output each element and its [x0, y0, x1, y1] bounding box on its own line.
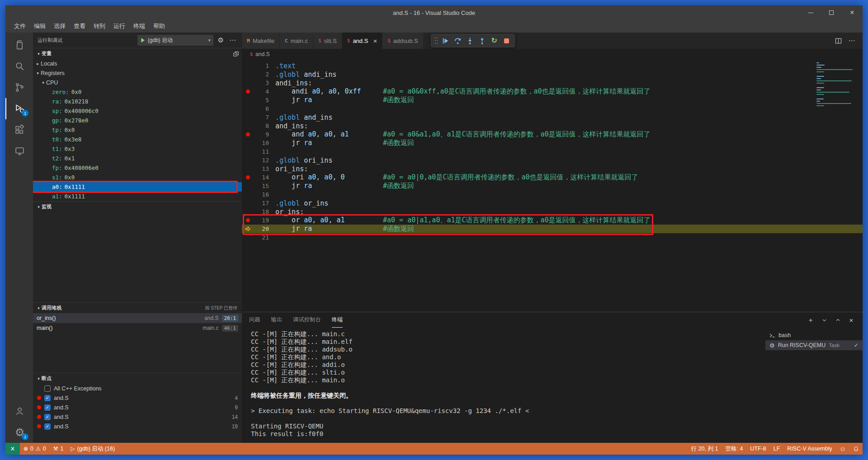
code-line-14[interactable]: 14 ori a0, a0, 0#a0 = a0|0,a0是C语言调用者传递的参…	[242, 173, 863, 182]
code-line-21[interactable]: 21	[242, 233, 863, 242]
code-editor[interactable]: 1.text2.globl andi_ins3andi_ins:4 andi a…	[242, 60, 863, 312]
menu-item-3[interactable]: 查看	[70, 21, 90, 31]
step-into-button[interactable]	[464, 35, 476, 47]
code-line-6[interactable]: 6	[242, 104, 863, 113]
code-line-5[interactable]: 5 jr ra#函数返回	[242, 96, 863, 104]
code-line-17[interactable]: 17.globl or_ins	[242, 199, 863, 207]
register-tp[interactable]: tp:0x0	[33, 125, 242, 135]
run-and-debug-icon[interactable]: 1	[5, 98, 33, 119]
restart-button[interactable]: ↻	[489, 35, 500, 47]
terminal-list-item-Run RISCV-QEMU[interactable]: ⚙Run RISCV-QEMUTask✓	[765, 340, 863, 350]
breakpoint-dot-icon[interactable]	[246, 89, 250, 94]
continue-button[interactable]	[440, 35, 451, 47]
menu-item-6[interactable]: 终端	[129, 21, 149, 31]
glyph-margin[interactable]	[242, 175, 254, 179]
breakpoint-row-4[interactable]: ✓and.S19	[33, 422, 242, 431]
code-line-12[interactable]: 12.globl ori_ins	[242, 156, 863, 164]
indentation-status[interactable]: 空格: 4	[722, 443, 746, 455]
register-a0[interactable]: a0:0x1111	[33, 182, 242, 192]
split-editor-icon[interactable]	[833, 35, 844, 46]
code-line-9[interactable]: 9 and a0, a0, a1#a0 = a0&a1,a0、a1是C语言调用者…	[242, 130, 863, 139]
editor-tab-addsub.S[interactable]: Saddsub.S	[382, 33, 424, 49]
register-t0[interactable]: t0:0x3e8	[33, 135, 242, 144]
glyph-margin[interactable]	[242, 89, 254, 94]
breakpoint-checkbox[interactable]	[44, 385, 51, 392]
breakpoint-checkbox[interactable]: ✓	[44, 404, 51, 411]
step-out-button[interactable]	[476, 35, 488, 47]
code-line-16[interactable]: 16	[242, 190, 863, 199]
code-line-4[interactable]: 4 andi a0, a0, 0xff#a0 = a0&0xff,a0是C语言调…	[242, 87, 863, 96]
panel-maximize-chevron-icon[interactable]	[834, 316, 842, 324]
feedback-smiley-icon[interactable]: ☺	[836, 443, 849, 455]
debug-more-actions-icon[interactable]: ⋯	[228, 36, 237, 44]
variables-branch-CPU[interactable]: ▾CPU	[33, 78, 242, 87]
minimize-button[interactable]	[800, 5, 821, 20]
toolbar-drag-grip[interactable]	[434, 37, 439, 45]
code-line-2[interactable]: 2.globl andi_ins	[242, 70, 863, 79]
code-line-15[interactable]: 15 jr ra#函数返回	[242, 182, 863, 190]
code-line-13[interactable]: 13ori_ins:	[242, 164, 863, 173]
code-line-3[interactable]: 3andi_ins:	[242, 79, 863, 87]
problems-status[interactable]: ⊗0 ⚠0	[20, 443, 50, 455]
collapse-all-icon[interactable]	[233, 51, 239, 57]
step-over-button[interactable]	[452, 35, 463, 47]
menu-item-5[interactable]: 运行	[109, 21, 129, 31]
menu-item-2[interactable]: 选择	[50, 21, 70, 31]
code-line-7[interactable]: 7.globl and_ins	[242, 113, 863, 122]
code-line-1[interactable]: 1.text	[242, 61, 863, 70]
breakpoint-row-3[interactable]: ✓and.S14	[33, 412, 242, 422]
breakpoint-dot-icon[interactable]	[246, 175, 250, 179]
menu-item-7[interactable]: 帮助	[149, 21, 169, 31]
breadcrumb[interactable]: S and.S	[242, 49, 863, 60]
panel-tab-输出[interactable]: 输出	[271, 312, 283, 328]
debug-session-status[interactable]: ▷(gdb) 启动 (16)	[67, 443, 118, 455]
editor-tab-slti.S[interactable]: Sslti.S	[313, 33, 342, 49]
remote-explorer-icon[interactable]	[5, 141, 33, 162]
more-actions-icon[interactable]: ⋯	[846, 35, 857, 46]
code-line-10[interactable]: 10 jr ra#函数返回	[242, 139, 863, 147]
register-s1[interactable]: s1:0x0	[33, 173, 242, 182]
variables-section-header[interactable]: ▾ 变量	[33, 48, 242, 59]
breakpoint-row-2[interactable]: ✓and.S9	[33, 403, 242, 412]
glyph-margin[interactable]	[242, 132, 254, 136]
explorer-icon[interactable]	[5, 34, 33, 56]
breakpoint-row-0[interactable]: All C++ Exceptions	[33, 384, 242, 393]
stop-button[interactable]	[501, 35, 512, 47]
breakpoint-checkbox[interactable]: ✓	[44, 423, 51, 430]
language-mode-status[interactable]: RISC-V Assembly	[783, 443, 835, 455]
register-ra[interactable]: ra:0x10218	[33, 97, 242, 106]
new-terminal-plus-icon[interactable]: ＋	[807, 316, 815, 324]
menu-item-4[interactable]: 转到	[90, 21, 109, 31]
register-sp[interactable]: sp:0x408006c0	[33, 106, 242, 116]
glyph-margin[interactable]	[242, 226, 254, 232]
variables-branch-Registers[interactable]: ▾Registers	[33, 68, 242, 78]
register-fp[interactable]: fp:0x408006e0	[33, 163, 242, 173]
code-line-8[interactable]: 8and_ins:	[242, 122, 863, 130]
settings-gear-icon[interactable]: ⚙ 1	[5, 422, 33, 443]
editor-tab-and.S[interactable]: Sand.S×	[342, 33, 382, 49]
register-zero[interactable]: zero:0x0	[33, 87, 242, 97]
panel-tab-调试控制台[interactable]: 调试控制台	[293, 312, 321, 328]
breakpoint-checkbox[interactable]: ✓	[44, 414, 51, 420]
cursor-position-status[interactable]: 行 20, 列 1	[688, 443, 722, 455]
maximize-button[interactable]	[821, 5, 842, 20]
breakpoint-row-1[interactable]: ✓and.S4	[33, 393, 242, 403]
tasks-status[interactable]: ⚒1	[50, 443, 67, 455]
breakpoints-section-header[interactable]: ▾ 断点	[33, 373, 242, 384]
panel-close-icon[interactable]: ×	[847, 316, 855, 324]
terminal-dropdown-chevron-icon[interactable]	[820, 316, 828, 324]
breakpoint-dot-icon[interactable]	[246, 218, 250, 222]
notifications-bell-icon[interactable]	[849, 443, 863, 455]
tab-close-icon[interactable]: ×	[373, 38, 377, 44]
account-icon[interactable]	[5, 400, 33, 422]
menu-item-0[interactable]: 文件	[10, 21, 30, 31]
code-line-20[interactable]: 20 jr ra#函数返回	[242, 225, 863, 233]
remote-indicator[interactable]	[5, 443, 20, 455]
register-t1[interactable]: t1:0x3	[33, 144, 242, 154]
terminal-list-item-bash[interactable]: bash	[765, 330, 863, 340]
code-line-11[interactable]: 11	[242, 147, 863, 156]
eol-status[interactable]: LF	[770, 443, 784, 455]
register-t2[interactable]: t2:0x1	[33, 154, 242, 163]
search-icon[interactable]	[5, 56, 33, 77]
watch-section-header[interactable]: ▾ 监视	[33, 201, 242, 212]
